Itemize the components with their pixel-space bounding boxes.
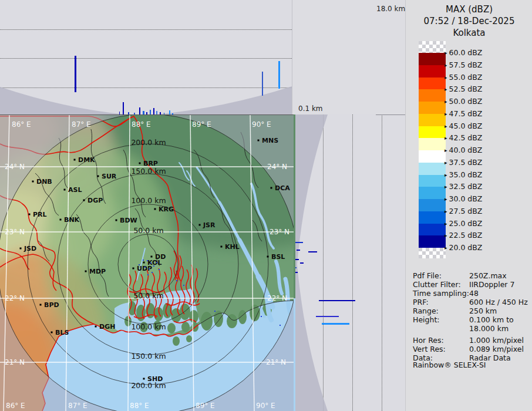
city-label: KRG <box>159 206 174 213</box>
city-label: BNK <box>64 216 80 224</box>
radar-echo-dot <box>139 264 140 265</box>
city-marker <box>151 256 153 258</box>
range-ring-label: 150.0 km <box>131 352 166 361</box>
latitude-label: 24° N <box>5 163 25 171</box>
panel-border <box>376 114 405 115</box>
longitude-label: 86° E <box>12 120 31 129</box>
scale-tick-icon: ▸ <box>445 50 447 56</box>
height-axis-min-label: 0.1 km <box>298 105 323 113</box>
info-row: Clutter Filter:IIRDoppler 7 <box>413 280 530 289</box>
latitude-label: 23° N <box>270 228 289 236</box>
city-label: JSR <box>203 221 216 229</box>
echo-bar <box>278 61 280 89</box>
info-label: Pdf File: <box>413 271 469 280</box>
info-label: Clutter Filter: <box>413 280 469 289</box>
info-row: Height:0.100 km to 18.000 km <box>413 315 530 333</box>
city-label: UDP <box>137 265 152 272</box>
radar-echo-dot <box>159 269 160 270</box>
city-marker <box>95 326 97 328</box>
transparent-swatch <box>419 248 446 258</box>
scale-band <box>419 163 446 175</box>
echo-bar <box>75 56 76 92</box>
longitude-label: 87° E <box>72 120 91 129</box>
info-value: 600 Hz / 450 Hz <box>469 298 530 306</box>
scale-band <box>419 89 446 102</box>
scale-band <box>419 211 446 224</box>
info-label: Range: <box>413 306 469 315</box>
range-ring-label: 150.0 km <box>131 167 166 176</box>
echo-bar <box>300 262 304 264</box>
echo-bar <box>322 323 349 325</box>
product-datetime: 07:52 / 18-Dec-2025 <box>406 15 532 27</box>
scale-tick-icon: ▸ <box>445 99 447 105</box>
scale-label: ▸22.5 dBZ <box>445 231 482 240</box>
city-label: JSD <box>23 245 36 252</box>
product-info-table: Pdf File:250Z.maxClutter Filter:IIRDoppl… <box>413 271 530 362</box>
radar-echo-dot <box>214 311 216 312</box>
scale-label: ▸50.0 dBZ <box>445 97 482 106</box>
echo-bar <box>123 102 124 114</box>
city-marker <box>267 256 269 258</box>
scale-label: ▸30.0 dBZ <box>445 194 482 203</box>
scale-band <box>419 114 446 126</box>
radar-echo-dot <box>147 260 148 261</box>
city-marker <box>20 248 22 250</box>
info-value: 48 <box>469 289 530 298</box>
info-value: 0.100 km to 18.000 km <box>469 315 530 333</box>
city-marker <box>85 271 87 272</box>
info-value: 250Z.max <box>469 271 530 280</box>
city-label: DGP <box>87 197 103 204</box>
scale-label: ▸37.5 dBZ <box>445 158 482 167</box>
echo-bar <box>319 300 355 301</box>
city-marker <box>143 378 145 380</box>
city-marker <box>64 189 66 191</box>
legend-header: MAX (dBZ) 07:52 / 18-Dec-2025 Kolkata <box>406 4 532 39</box>
scale-tick-icon: ▸ <box>445 221 447 227</box>
info-row: PRF:600 Hz / 450 Hz <box>413 298 530 306</box>
city-label: SUR <box>102 173 117 180</box>
scale-label: ▸27.5 dBZ <box>445 207 482 215</box>
scale-label: ▸60.0 dBZ <box>445 48 482 57</box>
city-marker <box>116 220 117 221</box>
scale-band <box>419 150 446 163</box>
scale-band <box>419 126 446 139</box>
range-ring-label: 100.0 km <box>131 322 166 331</box>
longitude-label: 89° E <box>196 402 215 410</box>
longitude-label: 90° E <box>252 120 271 129</box>
city-label: DCA <box>275 184 290 192</box>
right-height-profile-panel <box>294 114 405 411</box>
echo-bar <box>169 110 170 114</box>
city-marker <box>83 200 85 201</box>
longitude-label: 87° E <box>68 402 87 410</box>
city-marker <box>29 214 31 215</box>
scale-band <box>419 65 446 78</box>
scale-tick-icon: ▸ <box>445 123 447 129</box>
city-marker <box>97 176 99 177</box>
map-layers: 86° E86° E87° E87° E88° E88° E89° E89° E… <box>0 114 294 411</box>
scale-tick-icon: ▸ <box>445 172 447 178</box>
echo-bar <box>297 250 300 251</box>
radar-map-panel: 86° E86° E87° E87° E88° E88° E89° E89° E… <box>0 114 294 411</box>
scale-tick-icon: ▸ <box>445 135 447 141</box>
scale-band <box>419 175 446 187</box>
scale-label: ▸42.5 dBZ <box>445 133 482 142</box>
legend-panel: MAX (dBZ) 07:52 / 18-Dec-2025 Kolkata ▸6… <box>405 0 532 411</box>
city-label: BSL <box>271 253 285 261</box>
latitude-label: 23° N <box>5 228 25 236</box>
city-label: DMK <box>78 156 95 164</box>
info-row: Range:250 km <box>413 306 530 315</box>
longitude-label: 86° E <box>6 402 25 410</box>
software-branding: Rainbow® SELEX-SI <box>413 361 486 369</box>
echo-bar <box>295 242 303 243</box>
radar-echo-dot <box>144 267 146 268</box>
info-row: Hor Res:1.000 km/pixel <box>413 336 530 345</box>
echo-bar <box>139 107 140 114</box>
scale-label: ▸25.0 dBZ <box>445 219 482 228</box>
city-marker <box>139 163 141 164</box>
radar-echo-dot <box>153 265 154 267</box>
scale-band <box>419 138 446 150</box>
radar-echo-dot <box>176 280 177 281</box>
height-axis-max-label: 18.0 km <box>376 5 405 13</box>
scale-tick-icon: ▸ <box>445 111 447 117</box>
info-label: Height: <box>413 315 469 333</box>
